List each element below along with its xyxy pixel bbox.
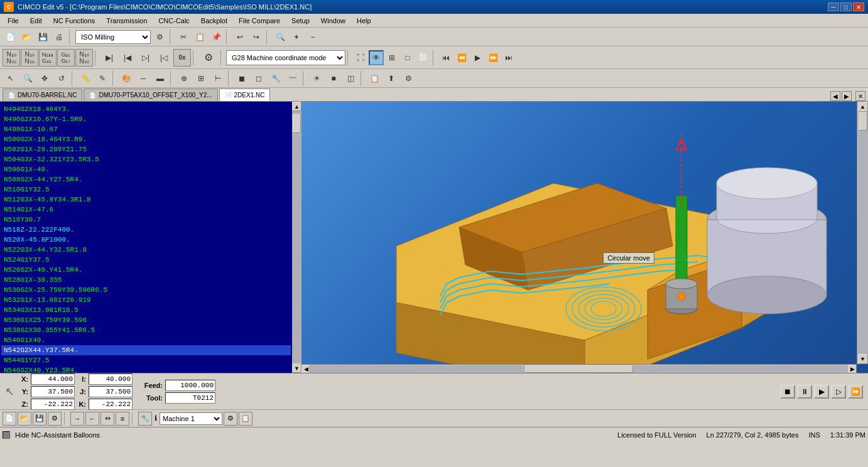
vscroll-up[interactable]: ▲ [858, 102, 868, 112]
light-btn[interactable]: ☀ [308, 71, 325, 86]
menu-edit[interactable]: Edit [25, 16, 47, 26]
coord-mode-dropdown[interactable]: G28 Machine coordinate mode G54 Work coo… [226, 50, 345, 65]
annotate-button[interactable]: ✎ [94, 71, 111, 86]
machine-type-dropdown[interactable]: ISO Milling ISO Turning Heidenhain [75, 30, 151, 44]
machine-selector[interactable]: Machine 1 Machine 2 [160, 412, 222, 425]
nc-code-editor[interactable]: N494G2X18.464Y3.N496G2X10.67Y-1.5R9.N498… [0, 102, 292, 373]
bt-open[interactable]: 📂 [18, 412, 31, 426]
paste-button[interactable]: 📌 [209, 30, 224, 45]
close-button[interactable]: ✕ [853, 3, 864, 11]
forward-button[interactable]: ⏩ [486, 50, 501, 65]
pause-button[interactable]: ⏸ [797, 385, 812, 399]
nc-line-7[interactable]: N508G2X-44.Y27.5R4. [1, 174, 291, 185]
transparency-btn[interactable]: ◫ [342, 71, 359, 86]
coord-icon[interactable]: ↖ [5, 385, 14, 399]
view-path[interactable]: 〰 [285, 71, 301, 86]
play-fwd-button[interactable]: ▶ [814, 385, 829, 399]
viewport-hscrollbar[interactable]: ◀ ▶ [301, 364, 857, 373]
snap-button[interactable]: ⊕ [176, 71, 192, 86]
tab-2dex1[interactable]: 📄 2DEX1.NC [219, 89, 271, 101]
bt-machine-icon[interactable]: 🔧 [138, 412, 152, 426]
view-grid-button[interactable]: ⊞ [384, 50, 399, 65]
rewind-button[interactable]: ⏪ [454, 50, 469, 65]
bt-receive[interactable]: ← [85, 412, 99, 426]
step-fwd-button[interactable]: ⏭ [501, 50, 516, 65]
open-button[interactable]: 📂 [19, 30, 34, 45]
nc-line-22[interactable]: N538G2X30.355Y41.5R6.5 [1, 325, 291, 335]
redo-button[interactable]: ↪ [249, 30, 264, 45]
line-type-btn[interactable]: ─ [135, 71, 151, 86]
tab-scroll-left[interactable]: ◀ [830, 91, 840, 101]
tab-dmu70-barrel[interactable]: 📄 DMU70-BARREL.NC [3, 89, 82, 101]
nc-line-20[interactable]: N534G3X13.081R18.5 [1, 305, 291, 315]
vscroll-down[interactable]: ▼ [858, 354, 868, 364]
undo-button[interactable]: ↩ [232, 30, 247, 45]
viewport-vscrollbar[interactable]: ▲ ▼ [857, 102, 868, 364]
feed-value[interactable] [165, 380, 215, 391]
nc-tool-4[interactable]: G₄₁G₁₇ [57, 49, 75, 67]
nc-line-21[interactable]: N536G1X25.759Y39.596 [1, 315, 291, 325]
nc-line-15[interactable]: N524G1Y37.5 [1, 255, 291, 265]
cut-button[interactable]: ✂ [176, 30, 191, 45]
bt-save[interactable]: 💾 [33, 412, 46, 426]
nc-tool-2[interactable]: N₁₀N₅₀ [21, 49, 38, 67]
nc-line-6[interactable]: N506G1X-40. [1, 164, 291, 174]
stop-button[interactable]: ⏹ [780, 385, 795, 399]
fast-fwd-button[interactable]: ⏩ [848, 385, 863, 399]
grid-button[interactable]: ⊞ [193, 71, 209, 86]
scroll-down-button[interactable]: ▼ [292, 363, 301, 373]
machine-config-button[interactable]: ⚙ [152, 30, 167, 45]
nc-line-10[interactable]: N514G1X-47.6 [1, 205, 291, 215]
x-value[interactable] [31, 373, 75, 385]
bt-machine-settings[interactable]: ⚙ [224, 412, 237, 426]
tab-scroll-right[interactable]: ▶ [842, 91, 852, 101]
view-solid[interactable]: ◼ [234, 71, 250, 86]
tab-close[interactable]: ✕ [855, 91, 865, 101]
i-value[interactable] [89, 373, 133, 385]
nc-line-11[interactable]: N516Y30.7 [1, 215, 291, 225]
fill-btn[interactable]: ▬ [152, 71, 168, 86]
save-button[interactable]: 💾 [35, 30, 50, 45]
copy-button[interactable]: 📋 [192, 30, 207, 45]
hscroll-thumb[interactable] [525, 365, 632, 373]
nc-line-24[interactable]: N542G2X44.Y37.5R4. [1, 345, 291, 355]
j-value[interactable] [89, 386, 133, 397]
bt-compare[interactable]: ⇔ [100, 412, 114, 426]
nc-tool-9[interactable]: |◁ [155, 49, 173, 67]
menu-help[interactable]: Help [352, 16, 376, 26]
menu-file[interactable]: File [3, 16, 24, 26]
menu-nc-functions[interactable]: NC Functions [48, 16, 100, 26]
menu-file-compare[interactable]: File Compare [234, 16, 285, 26]
vscroll-thumb[interactable] [859, 112, 867, 131]
nc-tool-7[interactable]: |◀ [119, 49, 136, 67]
tab-dmu70-offset[interactable]: 📄 DMU70-PT5AX10_OFFSET_X100_Y2... [84, 89, 217, 101]
menu-cnc-calc[interactable]: CNC-Calc [153, 16, 195, 26]
view-top-button[interactable]: ⬜ [416, 50, 431, 65]
nc-tool-1[interactable]: N₁₀N₅₀ [3, 49, 20, 67]
z-value[interactable] [31, 399, 75, 410]
nc-line-16[interactable]: N526G2X-40.Y41.5R4. [1, 265, 291, 275]
config-btn[interactable]: ⚙ [400, 71, 416, 86]
nc-line-25[interactable]: N544G1Y27.5 [1, 355, 291, 365]
new-button[interactable]: 📄 [3, 30, 18, 45]
material-btn[interactable]: ■ [325, 71, 342, 86]
step-back-button[interactable]: ⏮ [438, 50, 453, 65]
bt-new[interactable]: 📄 [3, 412, 16, 426]
tool-value[interactable] [165, 392, 215, 404]
menu-window[interactable]: Window [316, 16, 350, 26]
find-button[interactable]: 🔍 [273, 30, 288, 45]
nc-tool-5[interactable]: N₁₀N₅₀ [75, 49, 93, 67]
ortho-button[interactable]: ⊢ [210, 71, 226, 86]
nc-line-23[interactable]: N540G1X40. [1, 335, 291, 345]
nc-scrollbar[interactable]: ▲ ▼ [292, 102, 301, 373]
menu-backplot[interactable]: Backplot [196, 16, 232, 26]
minimize-button[interactable]: ─ [828, 3, 839, 11]
nc-line-26[interactable]: N546G2X40.Y23.5R4. [1, 365, 291, 373]
tool-pan[interactable]: ✥ [36, 71, 53, 86]
nc-line-8[interactable]: N510G1Y32.5 [1, 185, 291, 195]
hscroll-right[interactable]: ▶ [848, 365, 857, 373]
nc-line-12[interactable]: N518Z-22.222F400. [1, 225, 291, 235]
bt-settings[interactable]: ⚙ [48, 412, 62, 426]
bt-log[interactable]: 📋 [239, 412, 252, 426]
scroll-thumb-nc[interactable] [293, 114, 301, 133]
